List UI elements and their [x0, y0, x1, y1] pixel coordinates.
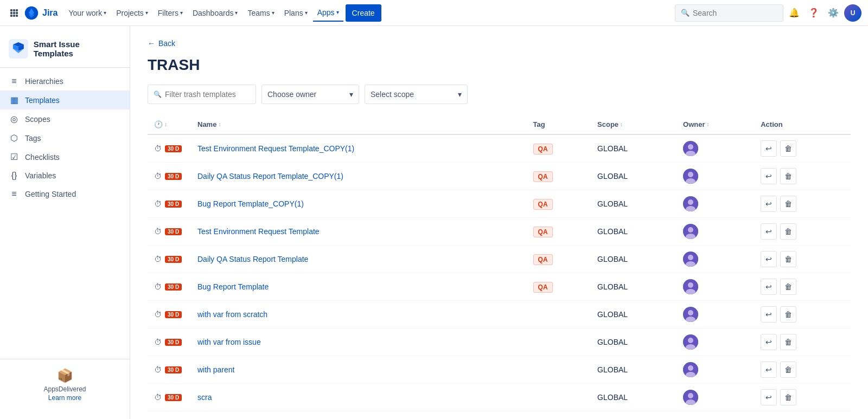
sidebar-footer: 📦 AppsDelivered Learn more	[0, 359, 130, 410]
sidebar-icon-hierarchies: ≡	[9, 76, 20, 86]
cell-owner-7	[676, 328, 754, 356]
nav-chevron-teams: ▾	[272, 10, 275, 16]
sidebar-item-checklists[interactable]: ☑ Checklists	[0, 147, 130, 166]
sidebar-item-getting-started[interactable]: ≡ Getting Started	[0, 185, 130, 203]
delete-button-2[interactable]: 🗑	[780, 196, 796, 212]
filter-search-input[interactable]	[165, 90, 241, 99]
owner-avatar-5	[683, 279, 698, 294]
nav-item-projects[interactable]: Projects▾	[112, 4, 152, 22]
template-name-link-6[interactable]: with var from scratch	[197, 310, 267, 319]
restore-button-3[interactable]: ↩	[761, 223, 777, 240]
sidebar-item-variables[interactable]: {} Variables	[0, 166, 130, 185]
tag-badge-3: QA	[533, 227, 553, 237]
delete-button-7[interactable]: 🗑	[780, 334, 796, 350]
template-name-link-8[interactable]: with parent	[197, 365, 234, 374]
days-badge-1: 30 D	[165, 173, 182, 180]
svg-rect-4	[13, 12, 15, 14]
search-input[interactable]	[693, 9, 769, 17]
delete-button-8[interactable]: 🗑	[780, 362, 796, 378]
delete-button-6[interactable]: 🗑	[780, 306, 796, 323]
owner-sort[interactable]: Owner ↕	[683, 120, 709, 128]
col-scope: Scope ↕	[591, 115, 676, 134]
cell-timer-0: ⏱ 30 D	[148, 134, 191, 163]
clock-icon-6: ⏱	[154, 310, 162, 319]
sidebar: Smart Issue Templates ≡ Hierarchies ▦ Te…	[0, 26, 130, 419]
restore-button-5[interactable]: ↩	[761, 279, 777, 295]
help-icon[interactable]: ❓	[805, 4, 822, 22]
cell-action-2: ↩ 🗑	[754, 190, 851, 218]
nav-item-dashboards[interactable]: Dashboards▾	[188, 4, 242, 22]
cell-owner-3	[676, 218, 754, 246]
owner-filter-dropdown[interactable]: Choose owner ▾	[261, 85, 359, 104]
cell-action-1: ↩ 🗑	[754, 163, 851, 190]
restore-button-9[interactable]: ↩	[761, 389, 777, 405]
restore-button-0[interactable]: ↩	[761, 140, 777, 157]
cell-action-6: ↩ 🗑	[754, 301, 851, 328]
cell-scope-7: GLOBAL	[591, 328, 676, 356]
back-button[interactable]: ← Back	[148, 39, 175, 48]
sidebar-item-templates[interactable]: ▦ Templates	[0, 91, 130, 109]
timer-sort[interactable]: 🕐 ↕	[154, 120, 167, 128]
sidebar-item-tags[interactable]: ⬡ Tags	[0, 128, 130, 147]
table-row: ⏱ 30 D scra GLOBAL ↩ 🗑	[148, 384, 851, 411]
delete-button-1[interactable]: 🗑	[780, 168, 796, 184]
top-nav: Jira Your work▾Projects▾Filters▾Dashboar…	[0, 0, 868, 26]
svg-point-18	[688, 172, 693, 177]
clock-icon-8: ⏱	[154, 365, 162, 374]
template-name-link-3[interactable]: Test Environment Request Template	[197, 227, 320, 236]
delete-button-0[interactable]: 🗑	[780, 140, 796, 157]
restore-button-2[interactable]: ↩	[761, 196, 777, 212]
cell-name-0: Test Environment Request Template_COPY(1…	[191, 134, 527, 163]
template-name-link-0[interactable]: Test Environment Request Template_COPY(1…	[197, 144, 354, 153]
name-sort[interactable]: Name ↕	[197, 120, 221, 128]
scope-filter-dropdown[interactable]: Select scope ▾	[365, 85, 468, 104]
sidebar-item-hierarchies[interactable]: ≡ Hierarchies	[0, 72, 130, 91]
nav-item-plans[interactable]: Plans▾	[280, 4, 312, 22]
scope-sort[interactable]: Scope ↕	[597, 120, 623, 128]
settings-icon[interactable]: ⚙️	[825, 4, 842, 22]
sidebar-item-scopes[interactable]: ◎ Scopes	[0, 109, 130, 128]
template-name-link-9[interactable]: scra	[197, 393, 212, 402]
cell-timer-8: ⏱ 30 D	[148, 356, 191, 384]
avatar[interactable]: U	[844, 4, 861, 22]
create-button[interactable]: Create	[346, 4, 381, 22]
restore-button-4[interactable]: ↩	[761, 251, 777, 267]
nav-item-apps[interactable]: Apps▾	[313, 4, 343, 22]
search-filter[interactable]: 🔍	[148, 85, 256, 104]
template-name-link-5[interactable]: Bug Report Template	[197, 282, 269, 291]
delete-button-4[interactable]: 🗑	[780, 251, 796, 267]
notifications-icon[interactable]: 🔔	[786, 4, 803, 22]
days-badge-3: 30 D	[165, 228, 182, 235]
svg-point-24	[688, 227, 693, 233]
cell-name-8: with parent	[191, 356, 527, 384]
sidebar-label-templates: Templates	[25, 96, 60, 105]
cell-tag-8	[527, 356, 591, 384]
delete-button-9[interactable]: 🗑	[780, 389, 796, 405]
svg-rect-8	[16, 15, 18, 17]
template-name-link-2[interactable]: Bug Report Template_COPY(1)	[197, 199, 304, 208]
nav-item-filters[interactable]: Filters▾	[154, 4, 187, 22]
restore-button-6[interactable]: ↩	[761, 306, 777, 323]
cell-name-4: Daily QA Status Report Template	[191, 246, 527, 273]
jira-logo[interactable]: Jira	[24, 5, 58, 21]
delete-button-3[interactable]: 🗑	[780, 223, 796, 240]
grid-menu-icon[interactable]	[7, 5, 22, 21]
nav-item-teams[interactable]: Teams▾	[243, 4, 278, 22]
nav-chevron-apps: ▾	[336, 9, 339, 15]
svg-rect-0	[10, 9, 12, 11]
learn-more-link[interactable]: Learn more	[48, 394, 81, 402]
nav-item-your-work[interactable]: Your work▾	[64, 4, 111, 22]
owner-filter-label: Choose owner	[267, 90, 316, 99]
search-bar[interactable]: 🔍	[675, 4, 783, 22]
svg-rect-5	[16, 12, 18, 14]
template-name-link-1[interactable]: Daily QA Status Report Template_COPY(1)	[197, 172, 343, 181]
template-name-link-4[interactable]: Daily QA Status Report Template	[197, 255, 308, 263]
template-name-link-7[interactable]: with var from issue	[197, 338, 261, 346]
restore-button-8[interactable]: ↩	[761, 362, 777, 378]
svg-point-39	[688, 365, 693, 371]
delete-button-5[interactable]: 🗑	[780, 279, 796, 295]
restore-button-1[interactable]: ↩	[761, 168, 777, 184]
tag-badge-2: QA	[533, 199, 553, 210]
sidebar-label-variables: Variables	[25, 171, 56, 180]
restore-button-7[interactable]: ↩	[761, 334, 777, 350]
